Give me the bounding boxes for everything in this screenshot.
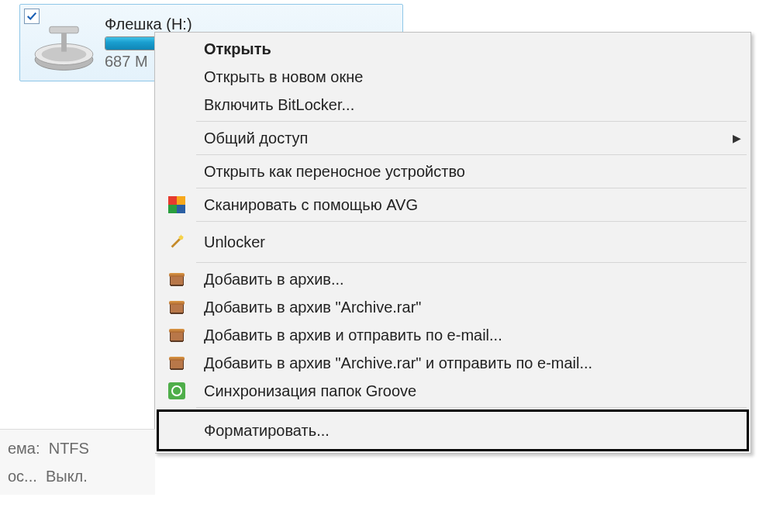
- compress-row: ос... Выкл.: [8, 462, 147, 490]
- menu-add-named-and-email[interactable]: Добавить в архив "Archive.rar" и отправи…: [157, 349, 748, 377]
- blank-icon: [157, 124, 196, 152]
- menu-separator: [196, 262, 747, 263]
- menu-format[interactable]: Форматировать...: [157, 410, 748, 451]
- svg-rect-4: [61, 33, 67, 51]
- groove-icon: [157, 377, 196, 405]
- fs-value: NTFS: [49, 440, 89, 457]
- menu-share[interactable]: Общий доступ ▶: [157, 124, 748, 152]
- menu-separator: [196, 221, 747, 222]
- svg-rect-3: [50, 26, 78, 33]
- winrar-icon: [157, 293, 196, 321]
- menu-separator: [196, 407, 747, 408]
- svg-line-5: [172, 238, 181, 247]
- winrar-icon: [157, 265, 196, 293]
- blank-icon: [157, 91, 196, 119]
- menu-open-portable[interactable]: Открыть как переносное устройство: [157, 157, 748, 185]
- submenu-arrow-icon: ▶: [725, 132, 748, 144]
- menu-scan-avg[interactable]: Сканировать с помощью AVG: [157, 191, 748, 219]
- winrar-icon: [157, 321, 196, 349]
- compress-value: Выкл.: [46, 468, 88, 485]
- menu-open[interactable]: Открыть: [157, 35, 748, 63]
- menu-open-new-window[interactable]: Открыть в новом окне: [157, 63, 748, 91]
- drive-name: Флешка (H:): [105, 16, 398, 33]
- blank-icon: [157, 35, 196, 63]
- menu-add-and-email[interactable]: Добавить в архив и отправить по e-mail..…: [157, 321, 748, 349]
- compress-label: ос...: [8, 468, 37, 485]
- menu-separator: [196, 188, 747, 188]
- winrar-icon: [157, 349, 196, 377]
- blank-icon: [157, 63, 196, 91]
- wand-icon: [157, 224, 196, 260]
- menu-groove-sync[interactable]: Синхронизация папок Groove: [157, 377, 748, 405]
- context-menu: Открыть Открыть в новом окне Включить Bi…: [154, 32, 751, 454]
- avg-icon: [157, 191, 196, 219]
- details-panel: ема: NTFS ос... Выкл.: [0, 429, 155, 495]
- fs-label: ема:: [8, 440, 40, 457]
- menu-separator: [196, 121, 747, 122]
- menu-enable-bitlocker[interactable]: Включить BitLocker...: [157, 91, 748, 119]
- blank-icon: [157, 157, 196, 185]
- fs-row: ема: NTFS: [8, 434, 147, 462]
- menu-separator: [196, 154, 747, 155]
- blank-icon: [157, 410, 196, 451]
- menu-add-to-archive[interactable]: Добавить в архив...: [157, 265, 748, 293]
- menu-unlocker[interactable]: Unlocker: [157, 224, 748, 260]
- drive-icon: [31, 19, 97, 77]
- menu-add-to-archive-named[interactable]: Добавить в архив "Archive.rar": [157, 293, 748, 321]
